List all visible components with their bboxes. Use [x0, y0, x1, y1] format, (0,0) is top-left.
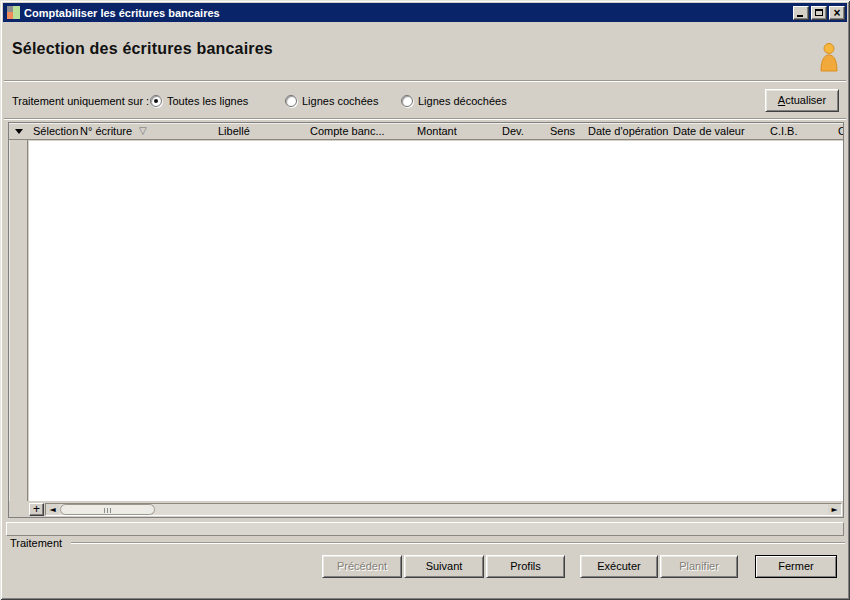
page-title: Sélection des écritures bancaires	[12, 40, 273, 58]
traitement-group-line	[71, 542, 845, 544]
minimize-button[interactable]	[793, 6, 809, 20]
app-icon[interactable]	[7, 6, 20, 19]
scroll-left-button[interactable]: ◄	[46, 504, 59, 515]
separator	[4, 118, 846, 120]
column-header-date-valeur[interactable]: Date de valeur	[668, 123, 765, 139]
traitement-group-label: Traitement	[10, 537, 62, 549]
column-header-selection[interactable]: Sélection	[28, 123, 75, 139]
add-row-button[interactable]: +	[29, 503, 44, 516]
radio-label: Toutes les lignes	[167, 95, 248, 107]
precedent-button: Précédent	[322, 555, 402, 578]
column-header-compte-bancaire[interactable]: Compte banc...	[305, 123, 412, 139]
radio-label: Lignes décochées	[418, 95, 507, 107]
scrollbar-track[interactable]: ◄ ►	[45, 503, 842, 516]
filter-bar: Traitement uniquement sur : Toutes les l…	[0, 84, 850, 118]
radio-lignes-decochees[interactable]: Lignes décochées	[401, 84, 507, 118]
close-icon: ×	[830, 7, 844, 19]
dialog-window: Comptabiliser les écritures bancaires × …	[0, 0, 850, 600]
app-icon-green-square	[13, 6, 20, 19]
row-selector-gutter	[9, 123, 28, 501]
bank-entries-grid: Sélection N° écriture ▽ Libellé Compte b…	[8, 122, 844, 518]
minimize-icon	[797, 15, 803, 17]
column-header-montant[interactable]: Montant	[412, 123, 497, 139]
scrollbar-thumb[interactable]	[60, 504, 155, 515]
grid-header-row: Sélection N° écriture ▽ Libellé Compte b…	[9, 123, 843, 140]
horizontal-scrollbar-row: + ◄ ►	[9, 501, 843, 517]
actualiser-button[interactable]: Actualiser	[765, 89, 839, 112]
sort-filter-icon[interactable]: ▽	[139, 126, 147, 136]
fermer-button[interactable]: Fermer	[755, 555, 837, 578]
maximize-icon	[815, 9, 823, 16]
radio-unchecked-icon	[401, 95, 413, 107]
radio-toutes-les-lignes[interactable]: Toutes les lignes	[150, 84, 248, 118]
separator	[4, 80, 846, 82]
planifier-button: Planifier	[660, 555, 738, 578]
executer-button[interactable]: Exécuter	[580, 555, 658, 578]
radio-lignes-cochees[interactable]: Lignes cochées	[285, 84, 378, 118]
column-header-numero-ecriture[interactable]: N° écriture ▽	[75, 123, 213, 139]
maximize-button[interactable]	[811, 6, 827, 20]
radio-label: Lignes cochées	[302, 95, 378, 107]
column-header-libelle[interactable]: Libellé	[213, 123, 305, 139]
column-header-devise[interactable]: Dev.	[497, 123, 545, 139]
radio-unchecked-icon	[285, 95, 297, 107]
titlebar[interactable]: Comptabiliser les écritures bancaires ×	[3, 3, 847, 22]
column-header-sens[interactable]: Sens	[545, 123, 583, 139]
chevron-down-icon	[15, 129, 23, 134]
column-header-cib[interactable]: C.I.B.	[765, 123, 833, 139]
filter-label: Traitement uniquement sur :	[12, 84, 149, 118]
close-button[interactable]: ×	[829, 6, 845, 20]
window-title: Comptabiliser les écritures bancaires	[24, 7, 793, 19]
profils-button[interactable]: Profils	[486, 555, 565, 578]
thumb-grip-icon	[104, 508, 112, 513]
status-strip	[6, 522, 844, 536]
grid-body-empty	[29, 141, 843, 501]
radio-checked-icon	[150, 95, 162, 107]
column-header-date-operation[interactable]: Date d'opération	[583, 123, 668, 139]
column-header-truncated[interactable]: C	[833, 123, 843, 139]
user-icon	[817, 42, 841, 72]
suivant-button[interactable]: Suivant	[404, 555, 484, 578]
window-controls: ×	[793, 6, 845, 20]
gutter-menu-button[interactable]	[9, 123, 28, 139]
scroll-right-button[interactable]: ►	[828, 504, 841, 515]
